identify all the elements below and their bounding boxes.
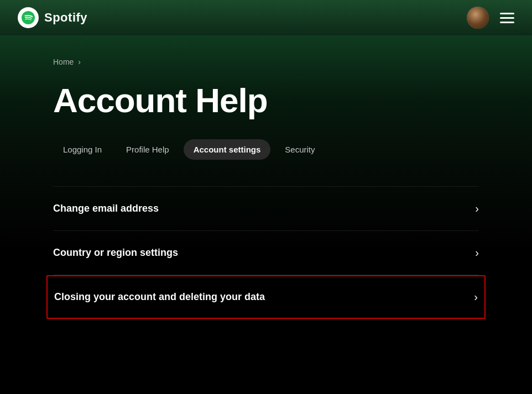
breadcrumb: Home › bbox=[53, 57, 479, 66]
header-right bbox=[467, 7, 514, 29]
page-title: Account Help bbox=[53, 82, 479, 119]
list-item-close-account-label: Closing your account and deleting your d… bbox=[54, 291, 265, 303]
list-section: Change email address › Country or region… bbox=[53, 186, 479, 319]
content-wrapper: Home › Account Help Logging In Profile H… bbox=[0, 35, 532, 394]
breadcrumb-chevron-icon: › bbox=[78, 57, 81, 66]
hamburger-line-1 bbox=[500, 13, 514, 14]
list-item-country-region[interactable]: Country or region settings › bbox=[53, 231, 479, 275]
tabs-container: Logging In Profile Help Account settings… bbox=[53, 139, 479, 160]
tab-security[interactable]: Security bbox=[275, 139, 325, 160]
avatar-image bbox=[467, 7, 489, 29]
hamburger-line-3 bbox=[500, 22, 514, 23]
hamburger-line-2 bbox=[500, 17, 514, 19]
main-content: Home › Account Help Logging In Profile H… bbox=[0, 35, 532, 319]
spotify-icon bbox=[22, 11, 35, 24]
list-item-close-account-chevron-icon: › bbox=[474, 291, 478, 303]
hamburger-menu-button[interactable] bbox=[500, 13, 514, 23]
tab-logging-in[interactable]: Logging In bbox=[53, 139, 112, 160]
logo-area[interactable]: Spotify bbox=[18, 7, 87, 28]
list-item-country-region-label: Country or region settings bbox=[53, 247, 178, 259]
avatar[interactable] bbox=[467, 7, 489, 29]
list-item-change-email-label: Change email address bbox=[53, 203, 159, 214]
list-item-change-email-chevron-icon: › bbox=[475, 202, 479, 215]
list-item-country-region-chevron-icon: › bbox=[475, 246, 479, 259]
breadcrumb-home[interactable]: Home bbox=[53, 57, 74, 66]
spotify-name: Spotify bbox=[44, 10, 87, 25]
spotify-logo-circle bbox=[18, 7, 39, 28]
list-item-change-email[interactable]: Change email address › bbox=[53, 186, 479, 231]
list-item-close-account[interactable]: Closing your account and deleting your d… bbox=[46, 275, 486, 319]
header: Spotify bbox=[0, 0, 532, 35]
tab-account-settings[interactable]: Account settings bbox=[184, 139, 271, 160]
tab-profile-help[interactable]: Profile Help bbox=[116, 139, 179, 160]
